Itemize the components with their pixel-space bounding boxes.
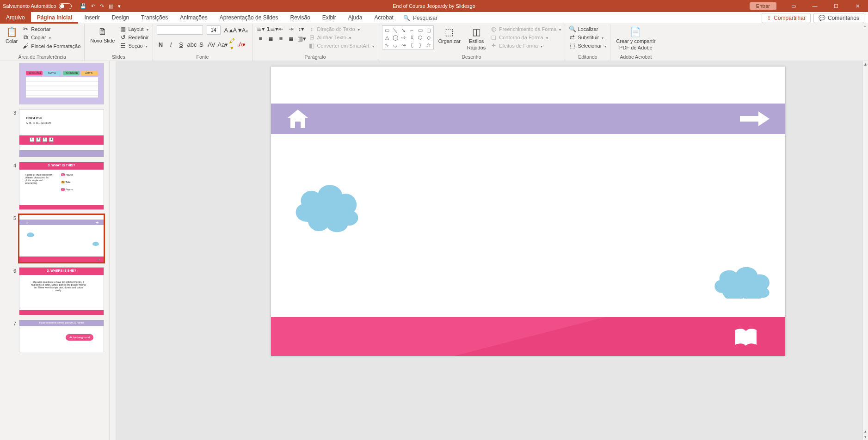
- bold-icon[interactable]: N: [157, 41, 165, 48]
- scroll-up-icon[interactable]: ▲: [863, 62, 868, 67]
- clear-formatting-icon[interactable]: Aₓ: [242, 27, 249, 34]
- replace-button[interactable]: ⇄Substituir: [569, 34, 606, 41]
- shape-freeform-icon[interactable]: ↝: [400, 42, 407, 48]
- change-case-icon[interactable]: Aa▾: [218, 41, 226, 48]
- align-left-icon[interactable]: ≡: [257, 35, 265, 42]
- section-button[interactable]: ☰Seção: [120, 42, 149, 49]
- ribbon-display-options-icon[interactable]: ▭: [783, 0, 804, 12]
- save-icon[interactable]: 💾: [80, 3, 86, 9]
- slide-canvas[interactable]: [271, 67, 785, 356]
- slide-thumb-5[interactable]: ⌂ ➔ ▭: [19, 214, 104, 263]
- new-slide-button[interactable]: 🗎 Novo Slide: [88, 25, 117, 45]
- thumbnail-scrollbar[interactable]: [109, 61, 116, 440]
- shape-rounded-rect-icon[interactable]: ▢: [425, 27, 432, 33]
- line-spacing-icon[interactable]: ↕▾: [297, 25, 306, 32]
- tab-view[interactable]: Exibir: [316, 12, 342, 24]
- highlight-icon[interactable]: 🖍▾: [228, 37, 236, 51]
- slide-thumb-3[interactable]: ENGLISH A, B, C, D... English! 1 2 3 4: [19, 109, 104, 157]
- convert-smartart-button[interactable]: ◧Converter em SmartArt: [308, 42, 374, 49]
- signin-button[interactable]: Entrar: [750, 2, 776, 10]
- shape-arrow-down-icon[interactable]: ⇩: [408, 34, 416, 41]
- tab-acrobat[interactable]: Acrobat: [369, 12, 400, 24]
- layout-button[interactable]: ▦Layout: [120, 25, 149, 32]
- numbering-icon[interactable]: 1≣▾: [267, 25, 275, 32]
- shape-textbox-icon[interactable]: ▭: [383, 27, 391, 33]
- next-slide-icon[interactable]: ▾: [864, 434, 867, 439]
- start-from-beginning-icon[interactable]: ▥: [109, 3, 113, 9]
- copy-button[interactable]: ⧉Copiar: [22, 34, 80, 41]
- search-box[interactable]: 🔍 Pesquisar: [403, 12, 437, 24]
- select-button[interactable]: ⬚Selecionar: [569, 42, 606, 49]
- shape-outline-button[interactable]: ◻Contorno da Forma: [490, 34, 561, 41]
- font-name-input[interactable]: [157, 25, 203, 35]
- shapes-gallery[interactable]: ▭＼↘⌐▭▢ △◯⇨⇩⬡◇ ∿◡↝{}☆: [382, 25, 434, 49]
- quick-styles-button[interactable]: ◫ Estilos Rápidos: [465, 25, 487, 51]
- tab-transitions[interactable]: Transições: [135, 12, 174, 24]
- collapse-ribbon-icon[interactable]: ˄: [864, 25, 866, 30]
- prev-slide-icon[interactable]: ▴: [864, 429, 867, 434]
- arrow-right-icon[interactable]: [738, 110, 771, 128]
- columns-icon[interactable]: ▥▾: [297, 35, 306, 42]
- character-spacing-icon[interactable]: AV: [208, 41, 216, 48]
- close-icon[interactable]: ✕: [847, 0, 868, 12]
- align-text-button[interactable]: ⊟Alinhar Texto: [308, 34, 374, 41]
- text-direction-button[interactable]: ↕Direção do Texto: [308, 25, 374, 32]
- undo-icon[interactable]: ↶: [91, 3, 95, 9]
- decrease-indent-icon[interactable]: ⇤: [277, 25, 285, 32]
- qat-customize-icon[interactable]: ▾: [118, 3, 121, 9]
- tab-file[interactable]: Arquivo: [0, 12, 31, 24]
- font-size-input[interactable]: [207, 25, 221, 35]
- redo-icon[interactable]: ↷: [100, 3, 104, 9]
- home-icon[interactable]: [285, 108, 311, 130]
- shape-line-icon[interactable]: ＼: [392, 27, 399, 33]
- shape-line-arrow-icon[interactable]: ↘: [400, 27, 407, 33]
- format-painter-button[interactable]: 🖌Pincel de Formatação: [22, 43, 80, 49]
- justify-icon[interactable]: ≣: [287, 35, 295, 42]
- underline-icon[interactable]: S: [177, 41, 185, 48]
- tab-insert[interactable]: Inserir: [78, 12, 105, 24]
- align-right-icon[interactable]: ≡: [277, 35, 285, 42]
- italic-icon[interactable]: I: [167, 41, 175, 48]
- tab-animations[interactable]: Animações: [174, 12, 213, 24]
- shape-triangle-icon[interactable]: △: [383, 34, 391, 41]
- shape-oval-icon[interactable]: ◯: [392, 34, 399, 41]
- shape-star-icon[interactable]: ☆: [425, 42, 432, 48]
- strikethrough-icon[interactable]: abc: [187, 41, 196, 48]
- reset-button[interactable]: ↺Redefinir: [120, 34, 149, 41]
- shape-brace-left-icon[interactable]: {: [408, 42, 416, 48]
- increase-font-icon[interactable]: A▲: [224, 27, 231, 34]
- find-button[interactable]: 🔍Localizar: [569, 25, 606, 32]
- toggle-switch-icon[interactable]: [59, 3, 72, 9]
- slide-thumb-2[interactable]: ENGLISH MATH SCIENCE ARTS: [19, 63, 104, 104]
- book-icon[interactable]: [733, 327, 758, 349]
- tab-review[interactable]: Revisão: [284, 12, 316, 24]
- shape-rect-icon[interactable]: ▭: [417, 27, 424, 33]
- shape-arrow-right-icon[interactable]: ⇨: [400, 34, 407, 41]
- decrease-font-icon[interactable]: A▼: [233, 27, 240, 34]
- shape-arc-icon[interactable]: ◡: [392, 42, 399, 48]
- share-button[interactable]: ⇪ Compartilhar: [762, 13, 811, 23]
- cut-button[interactable]: ✂Recortar: [22, 25, 80, 32]
- shape-fill-button[interactable]: ◍Preenchimento da Forma: [490, 25, 561, 32]
- arrange-button[interactable]: ⬚ Organizar: [437, 25, 462, 46]
- text-shadow-icon[interactable]: S: [197, 41, 206, 48]
- slide-thumb-6[interactable]: 2. WHERE IS SHE? She went to a place to …: [19, 267, 104, 315]
- minimize-icon[interactable]: —: [804, 0, 825, 12]
- comments-button[interactable]: 💬 Comentários: [813, 13, 864, 23]
- maximize-icon[interactable]: ☐: [825, 0, 847, 12]
- increase-indent-icon[interactable]: ⇥: [287, 25, 295, 32]
- autosave-toggle[interactable]: Salvamento Automático: [3, 3, 72, 9]
- shape-effects-button[interactable]: ✦Efeitos de Forma: [490, 42, 561, 49]
- slide-thumb-7[interactable]: If your answer is correct, you win 20 Po…: [19, 320, 104, 352]
- font-color-icon[interactable]: A▾: [238, 41, 246, 48]
- shape-curve-icon[interactable]: ∿: [383, 42, 391, 48]
- align-center-icon[interactable]: ≣: [267, 35, 275, 42]
- tab-slideshow[interactable]: Apresentação de Slides: [214, 12, 284, 24]
- tab-design[interactable]: Design: [106, 12, 135, 24]
- paste-button[interactable]: 📋 Colar: [4, 25, 19, 46]
- shape-brace-right-icon[interactable]: }: [417, 42, 424, 48]
- tab-home[interactable]: Página Inicial: [31, 12, 79, 24]
- shape-diamond-icon[interactable]: ◇: [425, 34, 432, 41]
- shape-connector-icon[interactable]: ⌐: [408, 27, 416, 33]
- create-pdf-button[interactable]: 📄 Crear y compartir PDF de Adobe: [614, 25, 657, 51]
